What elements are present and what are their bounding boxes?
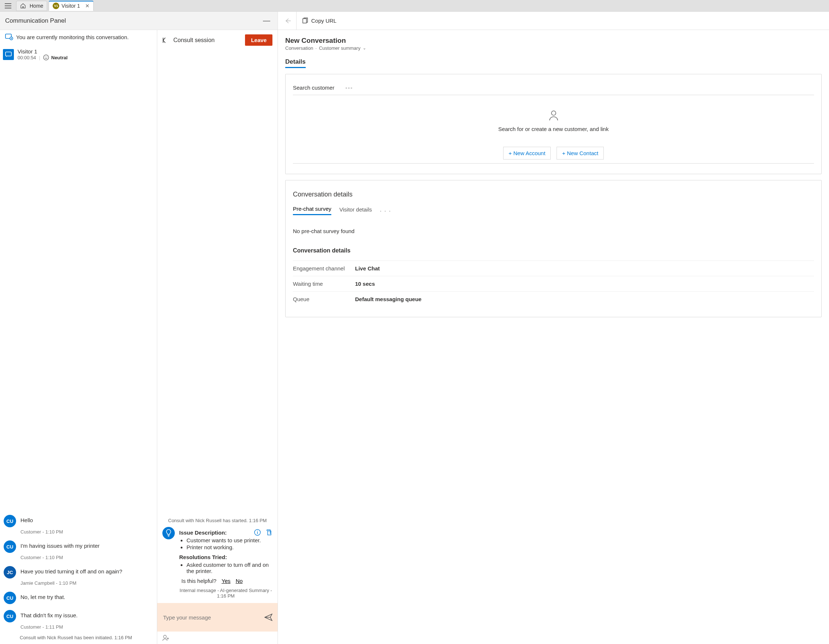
tab-home[interactable]: Home xyxy=(16,1,47,11)
tab-close-button[interactable]: ✕ xyxy=(85,3,90,9)
svg-point-10 xyxy=(164,635,166,638)
svg-point-2 xyxy=(11,38,12,39)
chevron-down-icon: ⌄ xyxy=(363,46,366,51)
person-icon xyxy=(293,110,814,121)
communication-panel: Communication Panel — You are currently … xyxy=(0,12,278,644)
chat-message: CUNo, let me try that. xyxy=(4,592,153,604)
svg-point-4 xyxy=(44,55,49,60)
chat-message: CUI'm having issues with my printerCusto… xyxy=(4,540,153,560)
send-button[interactable] xyxy=(265,614,273,621)
tab-bar: Home V1 Visitor 1 ✕ xyxy=(0,0,829,12)
svg-point-8 xyxy=(257,531,258,532)
hamburger-icon xyxy=(5,3,11,8)
message-text: Have you tried turning it off and on aga… xyxy=(20,566,153,575)
session-row[interactable]: Visitor 1 00:00:54 | Neutral xyxy=(0,44,157,65)
monitor-icon xyxy=(5,34,13,40)
message-text: No, let me try that. xyxy=(20,592,153,600)
svg-rect-11 xyxy=(303,19,306,23)
breadcrumb[interactable]: Conversation · Customer summary ⌄ xyxy=(285,45,822,51)
ai-info-button[interactable] xyxy=(254,529,261,536)
home-icon xyxy=(20,3,26,8)
avatar: JC xyxy=(4,566,16,579)
tab-visitor-label: Visitor 1 xyxy=(61,3,80,9)
conversation-title: New Conversation xyxy=(285,36,822,45)
kv-waiting: Waiting time 10 secs xyxy=(293,276,814,291)
minimize-button[interactable]: — xyxy=(261,16,273,25)
consult-transcript[interactable]: Consult with Nick Russell has started. 1… xyxy=(157,50,277,599)
copy-url-icon xyxy=(302,17,308,24)
message-meta: Customer - 1:11 PM xyxy=(20,624,153,630)
avatar: CU xyxy=(4,592,16,604)
helpful-yes-link[interactable]: Yes xyxy=(222,578,230,584)
monitor-notice-text: You are currently monitoring this conver… xyxy=(16,34,129,40)
kv-title: Conversation details xyxy=(293,247,814,254)
tab-visitor-details[interactable]: Visitor details xyxy=(339,206,372,215)
session-name: Visitor 1 xyxy=(17,48,68,55)
tab-visitor-badge: V1 xyxy=(53,3,59,9)
system-note: Consult with Nick Russell has been initi… xyxy=(4,630,153,640)
new-contact-button[interactable]: + New Contact xyxy=(556,147,604,159)
chat-message: JCHave you tried turning it off and on a… xyxy=(4,566,153,586)
consult-system-note: Consult with Nick Russell has started. 1… xyxy=(162,518,273,523)
chat-session-icon xyxy=(3,49,14,60)
ai-meta: Internal message - AI-generated Summary … xyxy=(179,588,273,599)
hamburger-menu-button[interactable] xyxy=(2,1,15,11)
ai-issue-list: Customer wants to use printer.Printer no… xyxy=(186,537,273,550)
svg-rect-3 xyxy=(5,52,11,56)
conversation-details-card: Conversation details Pre-chat survey Vis… xyxy=(285,180,822,317)
helpful-question: Is this helpful? xyxy=(181,578,216,584)
consult-back-button[interactable] xyxy=(162,37,170,44)
conversation-column: You are currently monitoring this conver… xyxy=(0,30,157,644)
sentiment-label: Neutral xyxy=(51,55,68,60)
consult-title: Consult session xyxy=(173,37,215,44)
new-account-button[interactable]: + New Account xyxy=(503,147,551,159)
sentiment-neutral-icon xyxy=(43,55,49,60)
ai-issue-title: Issue Description: xyxy=(179,529,227,536)
avatar: CU xyxy=(4,540,16,553)
message-meta: Jamie Campbell - 1:10 PM xyxy=(20,580,153,586)
kv-engagement: Engagement channel Live Chat xyxy=(293,260,814,276)
avatar: CU xyxy=(4,610,16,622)
customer-empty-text: Search for or create a new customer, and… xyxy=(293,126,814,132)
tab-home-label: Home xyxy=(30,3,43,9)
chat-message: CUThat didn't fix my issue.Customer - 1:… xyxy=(4,610,153,630)
message-text: Hello xyxy=(20,515,153,523)
chat-message: CUHelloCustomer - 1:10 PM xyxy=(4,515,153,535)
chat-transcript[interactable]: CUHelloCustomer - 1:10 PMCUI'm having is… xyxy=(0,65,157,640)
message-meta: Customer - 1:10 PM xyxy=(20,529,153,535)
ai-badge-icon xyxy=(162,527,175,539)
add-participant-button[interactable] xyxy=(162,635,273,641)
svg-point-6 xyxy=(47,57,47,57)
svg-point-12 xyxy=(552,111,556,115)
message-input[interactable] xyxy=(162,614,265,621)
comm-panel-title: Communication Panel xyxy=(5,17,66,25)
copy-url-button[interactable]: Copy URL xyxy=(302,17,336,24)
details-panel: Copy URL New Conversation Conversation ·… xyxy=(278,12,829,644)
message-text: That didn't fix my issue. xyxy=(20,610,153,619)
ai-res-title: Resolutions Tried: xyxy=(179,554,227,560)
leave-button[interactable]: Leave xyxy=(245,35,273,46)
ai-copy-button[interactable] xyxy=(266,529,273,536)
consult-column: Consult session Leave Consult with Nick … xyxy=(157,30,277,644)
tab-pre-chat-survey[interactable]: Pre-chat survey xyxy=(293,206,331,215)
avatar: CU xyxy=(4,515,16,527)
svg-point-5 xyxy=(45,57,46,57)
conversation-details-title: Conversation details xyxy=(293,191,814,198)
details-back-button xyxy=(283,12,296,30)
ai-res-list: Asked customer to turn off and on the pr… xyxy=(186,562,273,574)
search-customer-value[interactable]: --- xyxy=(345,85,353,91)
message-meta: Customer - 1:10 PM xyxy=(20,555,153,560)
search-customer-label: Search customer xyxy=(293,85,334,91)
helpful-no-link[interactable]: No xyxy=(235,578,243,584)
message-text: I'm having issues with my printer xyxy=(20,540,153,549)
session-timer: 00:00:54 xyxy=(17,55,36,60)
kv-queue: Queue Default messaging queue xyxy=(293,291,814,307)
no-survey-text: No pre-chat survey found xyxy=(293,228,814,234)
details-tab[interactable]: Details xyxy=(285,58,306,68)
message-input-box[interactable] xyxy=(157,603,277,631)
tab-more[interactable]: . . . xyxy=(380,206,391,215)
customer-card: Search customer --- Search for or create… xyxy=(285,74,822,174)
tab-visitor[interactable]: V1 Visitor 1 ✕ xyxy=(49,1,93,11)
